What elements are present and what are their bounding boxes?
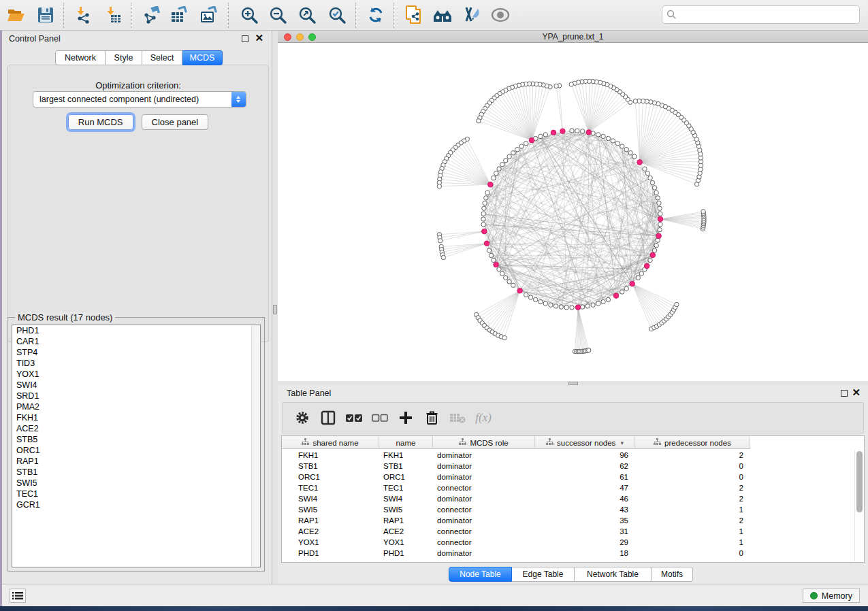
table-cell[interactable]: 1 bbox=[635, 526, 750, 537]
import-table-icon[interactable] bbox=[103, 5, 124, 25]
column-header-shared-name[interactable]: shared name bbox=[282, 436, 379, 449]
tab-select[interactable]: Select bbox=[142, 50, 182, 65]
tab-motifs[interactable]: Motifs bbox=[652, 567, 693, 582]
table-cell[interactable]: connector bbox=[433, 537, 535, 548]
network-canvas[interactable] bbox=[278, 43, 868, 381]
table-row[interactable]: SWI4SWI4dominator462 bbox=[282, 493, 854, 504]
table-cell[interactable]: 46 bbox=[535, 493, 635, 504]
table-cell[interactable]: YOX1 bbox=[282, 537, 379, 548]
table-cell[interactable]: ORC1 bbox=[282, 472, 379, 482]
table-cell[interactable]: 18 bbox=[535, 548, 635, 559]
mcds-result-item[interactable]: ACE2 bbox=[12, 423, 260, 434]
add-column-icon[interactable] bbox=[393, 411, 419, 425]
table-cell[interactable]: 35 bbox=[535, 515, 635, 526]
table-cell[interactable]: STB1 bbox=[379, 461, 433, 472]
table-cell[interactable]: 62 bbox=[535, 461, 635, 472]
table-row[interactable]: YOX1YOX1connector291 bbox=[282, 537, 854, 548]
mcds-result-item[interactable]: STB1 bbox=[12, 467, 260, 478]
splitter-handle[interactable] bbox=[568, 382, 578, 385]
column-header-name[interactable]: name bbox=[379, 436, 433, 449]
tab-network[interactable]: Network bbox=[55, 50, 106, 65]
show-graphics-eye-icon[interactable] bbox=[490, 5, 511, 25]
style-hide-icon[interactable] bbox=[462, 5, 482, 25]
table-cell[interactable]: dominator bbox=[433, 461, 535, 472]
delete-column-trash-icon[interactable] bbox=[419, 410, 445, 425]
export-network-icon[interactable] bbox=[142, 5, 162, 25]
float-panel-icon[interactable] bbox=[841, 390, 848, 397]
status-menu-button[interactable] bbox=[10, 589, 26, 603]
table-row[interactable]: RAP1RAP1dominator352 bbox=[282, 515, 854, 526]
table-cell[interactable]: 2 bbox=[635, 450, 750, 461]
memory-button[interactable]: Memory bbox=[803, 589, 860, 603]
mcds-result-item[interactable]: RAP1 bbox=[12, 456, 260, 467]
table-cell[interactable]: 0 bbox=[635, 461, 750, 472]
save-session-icon[interactable] bbox=[35, 5, 56, 25]
first-neighbors-icon[interactable] bbox=[432, 5, 453, 25]
table-cell[interactable]: dominator bbox=[433, 515, 535, 526]
result-list-scrollbar[interactable] bbox=[251, 325, 260, 567]
tab-edge-table[interactable]: Edge Table bbox=[512, 567, 575, 582]
table-cell[interactable]: SWI5 bbox=[379, 504, 433, 515]
run-mcds-button[interactable]: Run MCDS bbox=[68, 114, 133, 130]
table-cell[interactable]: dominator bbox=[433, 493, 535, 504]
table-cell[interactable]: 0 bbox=[635, 472, 750, 482]
table-cell[interactable]: 0 bbox=[635, 548, 750, 559]
mcds-result-item[interactable]: GCR1 bbox=[12, 499, 260, 510]
table-row[interactable]: ORC1ORC1dominator610 bbox=[282, 472, 854, 482]
network-titlebar[interactable]: YPA_prune.txt_1 bbox=[278, 31, 868, 43]
table-cell[interactable]: 1 bbox=[635, 504, 750, 515]
column-header-successor-nodes[interactable]: successor nodes▾ bbox=[535, 436, 635, 449]
table-row[interactable]: PHD1PHD1dominator180 bbox=[282, 548, 854, 559]
float-panel-icon[interactable] bbox=[242, 35, 248, 42]
network-from-file-icon[interactable] bbox=[404, 5, 424, 25]
table-cell[interactable]: FKH1 bbox=[379, 450, 433, 461]
column-layout-icon[interactable] bbox=[315, 410, 341, 425]
splitter-handle[interactable] bbox=[273, 305, 277, 314]
table-cell[interactable]: RAP1 bbox=[282, 515, 379, 526]
search-field[interactable] bbox=[662, 5, 860, 24]
mcds-result-item[interactable]: STP4 bbox=[12, 347, 260, 358]
table-row[interactable]: TEC1TEC1connector472 bbox=[282, 482, 854, 493]
open-file-icon[interactable] bbox=[5, 5, 26, 25]
refresh-layout-icon[interactable] bbox=[366, 5, 386, 25]
tab-node-table[interactable]: Node Table bbox=[449, 567, 512, 582]
mcds-result-item[interactable]: PHD1 bbox=[12, 325, 260, 336]
export-table-icon[interactable] bbox=[169, 5, 189, 25]
table-row[interactable]: SWI5SWI5connector431 bbox=[282, 504, 854, 515]
table-cell[interactable]: 31 bbox=[535, 526, 635, 537]
mcds-result-item[interactable]: STB5 bbox=[12, 434, 260, 445]
table-cell[interactable]: 61 bbox=[535, 472, 635, 482]
table-cell[interactable]: 43 bbox=[535, 504, 635, 515]
criterion-select[interactable]: largest connected component (undirected) bbox=[33, 91, 246, 108]
mcds-result-item[interactable]: SRD1 bbox=[12, 391, 260, 401]
table-cell[interactable]: TEC1 bbox=[282, 482, 379, 493]
mcds-result-item[interactable]: TID3 bbox=[12, 358, 260, 369]
mcds-result-item[interactable]: FKH1 bbox=[12, 412, 260, 423]
table-cell[interactable]: YOX1 bbox=[379, 537, 433, 548]
table-cell[interactable]: ORC1 bbox=[379, 472, 433, 482]
tab-mcds[interactable]: MCDS bbox=[182, 50, 223, 65]
close-panel-icon[interactable]: ✕ bbox=[255, 32, 263, 44]
zoom-in-icon[interactable] bbox=[239, 5, 259, 25]
deselect-all-icon[interactable] bbox=[367, 414, 393, 423]
table-cell[interactable]: PHD1 bbox=[379, 548, 433, 559]
mcds-result-item[interactable]: SWI5 bbox=[12, 478, 260, 489]
table-cell[interactable]: 2 bbox=[635, 482, 750, 493]
table-cell[interactable]: 2 bbox=[635, 515, 750, 526]
scrollbar-thumb[interactable] bbox=[856, 451, 863, 512]
table-cell[interactable]: PHD1 bbox=[282, 548, 379, 559]
table-cell[interactable]: SWI5 bbox=[282, 504, 379, 515]
mcds-result-item[interactable]: ORC1 bbox=[12, 445, 260, 456]
tab-style[interactable]: Style bbox=[106, 50, 142, 65]
table-cell[interactable]: RAP1 bbox=[379, 515, 433, 526]
mcds-result-item[interactable]: YOX1 bbox=[12, 369, 260, 380]
table-cell[interactable]: ACE2 bbox=[282, 526, 379, 537]
table-row[interactable]: STB1STB1dominator620 bbox=[282, 461, 854, 472]
table-cell[interactable]: SWI4 bbox=[282, 493, 379, 504]
mcds-result-item[interactable]: TEC1 bbox=[12, 489, 260, 499]
zoom-fit-icon[interactable] bbox=[297, 5, 317, 25]
table-settings-gear-icon[interactable] bbox=[289, 410, 315, 425]
close-panel-button[interactable]: Close panel bbox=[142, 114, 209, 130]
mcds-result-list[interactable]: PHD1CAR1STP4TID3YOX1SWI4SRD1PMA2FKH1ACE2… bbox=[12, 325, 261, 567]
table-cell[interactable]: dominator bbox=[433, 548, 535, 559]
